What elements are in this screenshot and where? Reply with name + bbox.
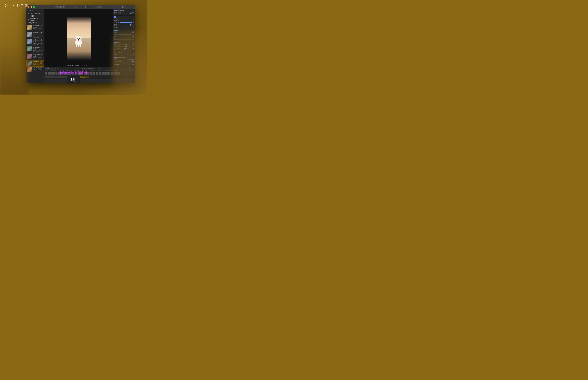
timeline-tool-4[interactable]: ▼: [57, 68, 58, 69]
scale-all-value[interactable]: 100: [132, 22, 134, 23]
clip-4[interactable]: [56, 72, 57, 75]
blend-mode-row: Blend Mode Normal: [114, 11, 134, 13]
play-button[interactable]: ▶: [72, 65, 74, 67]
clip-19[interactable]: [99, 72, 101, 75]
prev-frame-icon[interactable]: ◀: [70, 65, 71, 66]
clip-22[interactable]: [108, 72, 110, 75]
next-end-icon[interactable]: ⏭: [86, 65, 87, 66]
rotation-value[interactable]: 0 °: [133, 20, 134, 21]
timecode-display: 4:00: [131, 6, 134, 8]
index-button[interactable]: Index: [45, 67, 50, 70]
scale-all-slider[interactable]: [120, 22, 132, 23]
clip-2[interactable]: [50, 72, 53, 75]
thumbnail-2: [27, 39, 32, 44]
item-name-2: @@240808_한도공1: [33, 39, 43, 43]
anchor-y-value[interactable]: 0 px: [132, 27, 134, 28]
tab-name: @@TA£05949: [122, 6, 130, 8]
blend-mode-label: Blend Mode: [114, 11, 121, 13]
timeline-nav-left[interactable]: ◀: [82, 68, 83, 69]
scale-x-slider[interactable]: [118, 24, 130, 24]
person-left-blur: [0, 45, 29, 95]
item-date-5: 8/13/24, 9:21 PM: [33, 63, 43, 64]
timeline-tool-2[interactable]: ≡: [53, 68, 54, 69]
clip-0[interactable]: GX010276: [45, 72, 47, 75]
preview-controls: ⏮ ◀ ▶ 1:33:28 ▶ ⏭ ⛶: [67, 64, 90, 67]
svg-rect-10: [80, 45, 81, 47]
playhead[interactable]: [87, 72, 87, 80]
projects-header: ▼ Projects (27): [26, 21, 44, 24]
scale-y-label: Scale Y: [114, 25, 118, 27]
library-item-6[interactable]: @240517_두리 7/11/24, 3:57 PM: [26, 67, 44, 73]
timeline-tool-1[interactable]: ⊞: [51, 68, 52, 69]
item-dur-0: 00:00:59:23: [33, 29, 43, 31]
subtitle-badge: 3번: [67, 76, 80, 83]
anchor-label: Anchor: [114, 27, 118, 28]
pos-y-label: Y: [129, 19, 129, 20]
zoom-level: 74%: [94, 6, 96, 8]
scale-y-value[interactable]: 100.0 %: [130, 25, 134, 27]
compositing-checkbox[interactable]: [114, 10, 116, 11]
item-dur-2: 00:01:18:15: [33, 44, 43, 45]
item-dur-4: 00:00:54:22: [33, 58, 43, 60]
clip-3[interactable]: [53, 72, 55, 75]
fullscreen-icon[interactable]: ⛶: [89, 65, 90, 66]
library-item-1[interactable]: @@240517_밥치 8/13/24, 6:58 PM 00:00:59:09: [26, 31, 44, 38]
library-item-5[interactable]: @@240813_8 8/13/24, 9:21 PM 00:01:52:20: [26, 60, 44, 67]
clip-18[interactable]: [96, 72, 98, 75]
transform-section: Transform Position X 0 px Y 0 px Rotatio…: [113, 16, 135, 29]
sidebar-title: 필스제작: [28, 10, 33, 12]
opacity-value: 100.0 %: [130, 13, 134, 15]
clip-20[interactable]: [101, 72, 105, 75]
hide-rejected-button[interactable]: Hide Rejected: [55, 6, 65, 8]
sidebar-item-smart-collections[interactable]: ▶ Smart Collections: [26, 12, 44, 15]
play-icon[interactable]: ⏮: [67, 65, 69, 66]
sidebar-item-whisper[interactable]: ▶ Whisper Auto Captions: [26, 17, 44, 21]
item-info-1: @@240517_밥치 8/13/24, 6:58 PM 00:00:59:09: [33, 32, 43, 38]
timeline-nav-right[interactable]: ▶: [99, 68, 100, 69]
item-info-2: @@240808_한도공1 8/13/24, 12:43 AM 00:01:18…: [33, 39, 43, 45]
clip-16[interactable]: [90, 72, 92, 75]
library-item-3[interactable]: @@240808_한도공2 8/13/24, 12:43 AM 00:00:59…: [26, 46, 44, 53]
svg-point-6: [78, 39, 79, 39]
item-name-5: @@240813_8: [33, 61, 43, 63]
svg-rect-8: [76, 45, 77, 47]
expand-icon: ▶: [28, 19, 29, 20]
blend-mode-value[interactable]: Normal: [130, 11, 134, 13]
svg-point-4: [77, 38, 78, 38]
scale-y-row: Scale Y 100.0 %: [114, 25, 134, 27]
view-button[interactable]: View: [97, 6, 102, 8]
pos-y-value[interactable]: 0 px: [132, 18, 134, 20]
library-name: @@240813_8: [82, 6, 92, 8]
transform-checkbox[interactable]: [114, 16, 116, 18]
sidebar-item-7-9-24[interactable]: ▶ 7-9-24: [26, 15, 44, 17]
next-frame-icon[interactable]: ▶: [84, 65, 85, 66]
clip-21[interactable]: [105, 72, 108, 75]
position-label: Position: [114, 18, 118, 20]
library-item-4[interactable]: @@240808_한도공3 8/13/24, 1:20 AM 00:00:54:…: [26, 53, 44, 60]
item-info-5: @@240813_8 8/13/24, 9:21 PM 00:01:52:20: [33, 61, 43, 65]
timeline-tool-3[interactable]: ⊟: [55, 68, 56, 69]
clip-17[interactable]: [93, 72, 95, 75]
subtitle-area: [여러분의 선택은?] 3번: [60, 71, 87, 83]
transform-reset-icon[interactable]: [132, 16, 134, 18]
minimize-button[interactable]: [30, 6, 32, 8]
sidebar-item-label: 7-9-24: [30, 15, 34, 17]
item-name-0: @@240422_신선마ㄴ: [33, 25, 43, 28]
compositing-title: Compositing: [114, 10, 134, 11]
library-item-0[interactable]: @@240422_신선마ㄴ 8/13/24, 6:38 AM 00:00:59:…: [26, 24, 44, 31]
opacity-row: Opacity 100.0 %: [114, 13, 134, 15]
item-date-1: 8/13/24, 6:58 PM: [33, 36, 43, 37]
library-item-2[interactable]: @@240808_한도공1 8/13/24, 12:43 AM 00:01:18…: [26, 39, 44, 46]
clip-1[interactable]: [48, 72, 50, 75]
scale-y-slider[interactable]: [118, 26, 130, 26]
item-info-0: @@240422_신선마ㄴ 8/13/24, 6:38 AM 00:00:59:…: [33, 25, 43, 31]
scale-x-value[interactable]: 100.0 %: [130, 23, 134, 25]
anchor-x-value[interactable]: 0 px: [124, 27, 126, 28]
resolution-display: 1080×1920 | 30 fps, Stereo: [66, 6, 81, 8]
pos-x-value[interactable]: 0 px: [124, 18, 126, 20]
maximize-button[interactable]: [33, 6, 35, 8]
item-dur-5: 00:01:52:20: [33, 64, 43, 65]
scale-all-label: Scale (All): [114, 22, 120, 23]
projects-label: Projects: [29, 22, 35, 24]
sidebar-header: 필스제작: [26, 9, 44, 12]
